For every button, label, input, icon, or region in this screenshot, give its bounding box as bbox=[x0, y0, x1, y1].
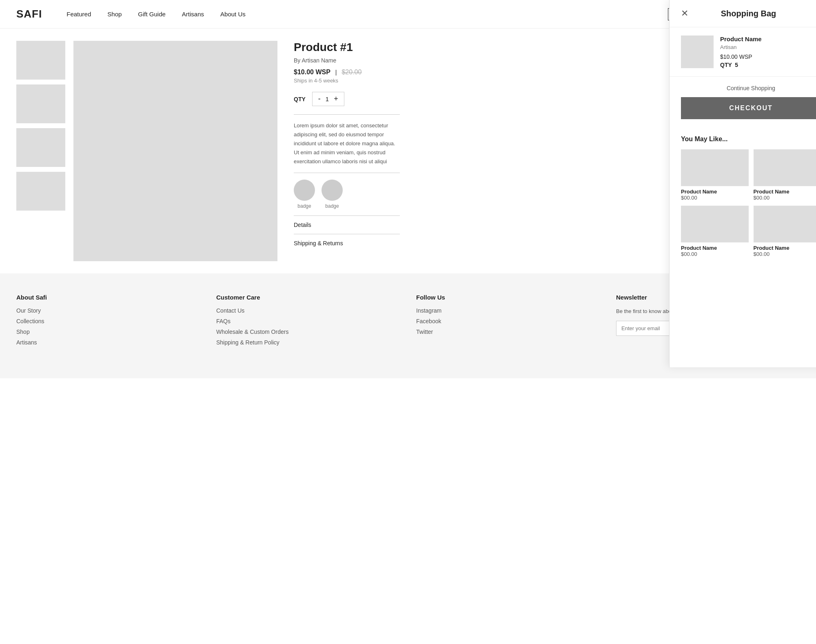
bag-item-image bbox=[681, 36, 714, 68]
bag-item-artisan: Artisan bbox=[720, 44, 816, 50]
nav-featured[interactable]: Featured bbox=[67, 11, 91, 18]
bag-close-button[interactable]: ✕ bbox=[681, 8, 688, 19]
bag-qty-value: 5 bbox=[735, 62, 738, 68]
product-thumbnails bbox=[16, 41, 65, 261]
rec-name-3: Product Name bbox=[681, 245, 749, 251]
thumbnail-1[interactable] bbox=[16, 41, 65, 80]
qty-row: QTY - 1 + bbox=[294, 92, 400, 106]
bag-actions: Continue Shopping CHECKOUT bbox=[670, 77, 816, 127]
footer-link-facebook[interactable]: Facebook bbox=[416, 318, 600, 324]
footer-link-twitter[interactable]: Twitter bbox=[416, 329, 600, 335]
product-main-image bbox=[73, 41, 277, 261]
footer-link-collections[interactable]: Collections bbox=[16, 318, 200, 324]
price-row: $10.00 WSP | $20.00 bbox=[294, 69, 400, 76]
qty-label: QTY bbox=[294, 96, 306, 102]
divider-1 bbox=[294, 114, 400, 115]
product-badges: badge badge bbox=[294, 180, 400, 209]
qty-plus-button[interactable]: + bbox=[334, 95, 338, 103]
bag-item-qty: QTY 5 bbox=[720, 62, 816, 68]
nav-artisans[interactable]: Artisans bbox=[182, 11, 204, 18]
footer-link-our-story[interactable]: Our Story bbox=[16, 307, 200, 314]
rec-price-3: $00.00 bbox=[681, 251, 749, 257]
you-may-like-section: You May Like... Product Name $00.00 Prod… bbox=[670, 127, 816, 265]
bag-header: ✕ Shopping Bag bbox=[670, 0, 816, 27]
footer-follow-title: Follow Us bbox=[416, 294, 600, 301]
main-content: Product #1 By Artisan Name $10.00 WSP | … bbox=[0, 29, 816, 273]
badge-1: badge bbox=[294, 180, 315, 209]
rec-image-3 bbox=[681, 206, 749, 242]
divider-2 bbox=[294, 173, 400, 173]
rec-image-4 bbox=[754, 206, 816, 242]
badge-2: badge bbox=[322, 180, 343, 209]
recommendations-grid: Product Name $00.00 Product Name $00.00 … bbox=[681, 149, 816, 257]
footer-link-instagram[interactable]: Instagram bbox=[416, 307, 600, 314]
footer-link-contact[interactable]: Contact Us bbox=[216, 307, 400, 314]
bag-item-info: Product Name Artisan $10.00 WSP QTY 5 bbox=[720, 36, 816, 68]
rec-image-1 bbox=[681, 149, 749, 186]
thumbnail-3[interactable] bbox=[16, 128, 65, 167]
qty-control: - 1 + bbox=[312, 92, 344, 106]
qty-value: 1 bbox=[326, 95, 329, 102]
accordion-details[interactable]: Details bbox=[294, 215, 400, 234]
artisan-name: By Artisan Name bbox=[294, 57, 400, 64]
price-original: $20.00 bbox=[341, 69, 361, 76]
footer-link-wholesale[interactable]: Wholesale & Custom Orders bbox=[216, 329, 400, 335]
rec-item-4[interactable]: Product Name $00.00 bbox=[754, 206, 816, 257]
bag-item-name: Product Name bbox=[720, 36, 816, 42]
badge-circle-2 bbox=[322, 180, 343, 201]
price-wsp: $10.00 WSP bbox=[294, 69, 330, 76]
product-description: Lorem ipsum dolor sit amet, consectetur … bbox=[294, 121, 400, 166]
thumbnail-4[interactable] bbox=[16, 172, 65, 211]
footer-link-shop[interactable]: Shop bbox=[16, 329, 200, 335]
footer-about-title: About Safi bbox=[16, 294, 200, 301]
rec-name-1: Product Name bbox=[681, 189, 749, 195]
badge-circle-1 bbox=[294, 180, 315, 201]
nav-about[interactable]: About Us bbox=[220, 11, 246, 18]
qty-minus-button[interactable]: - bbox=[318, 95, 321, 103]
nav-shop[interactable]: Shop bbox=[107, 11, 122, 18]
product-title: Product #1 bbox=[294, 41, 400, 54]
site-logo[interactable]: SAFI bbox=[16, 8, 42, 20]
you-may-like-title: You May Like... bbox=[681, 135, 816, 143]
footer-link-faqs[interactable]: FAQs bbox=[216, 318, 400, 324]
footer-customer-title: Customer Care bbox=[216, 294, 400, 301]
rec-price-2: $00.00 bbox=[754, 195, 816, 201]
badge-label-2: badge bbox=[325, 203, 339, 209]
footer-link-shipping[interactable]: Shipping & Return Policy bbox=[216, 339, 400, 346]
rec-image-2 bbox=[754, 149, 816, 186]
product-info: Product #1 By Artisan Name $10.00 WSP | … bbox=[286, 41, 400, 261]
footer-about-col: About Safi Our Story Collections Shop Ar… bbox=[16, 294, 200, 350]
rec-item-3[interactable]: Product Name $00.00 bbox=[681, 206, 749, 257]
rec-price-1: $00.00 bbox=[681, 195, 749, 201]
rec-name-4: Product Name bbox=[754, 245, 816, 251]
nav-gift-guide[interactable]: Gift Guide bbox=[138, 11, 166, 18]
price-separator: | bbox=[335, 69, 337, 76]
bag-qty-label: QTY bbox=[720, 62, 732, 68]
rec-name-2: Product Name bbox=[754, 189, 816, 195]
ships-text: Ships in 4-5 weeks bbox=[294, 78, 400, 84]
bag-title: Shopping Bag bbox=[721, 9, 776, 18]
bag-item-row: Product Name Artisan $10.00 WSP QTY 5 bbox=[670, 27, 816, 77]
footer-link-artisans[interactable]: Artisans bbox=[16, 339, 200, 346]
badge-label-1: badge bbox=[297, 203, 311, 209]
rec-item-2[interactable]: Product Name $00.00 bbox=[754, 149, 816, 201]
main-nav: Featured Shop Gift Guide Artisans About … bbox=[67, 11, 668, 18]
thumbnail-2[interactable] bbox=[16, 84, 65, 123]
rec-price-4: $00.00 bbox=[754, 251, 816, 257]
checkout-button[interactable]: CHECKOUT bbox=[681, 97, 816, 119]
footer-customer-col: Customer Care Contact Us FAQs Wholesale … bbox=[216, 294, 400, 350]
rec-item-1[interactable]: Product Name $00.00 bbox=[681, 149, 749, 201]
accordion-shipping[interactable]: Shipping & Returns bbox=[294, 234, 400, 252]
bag-item-price: $10.00 WSP bbox=[720, 53, 816, 60]
footer-follow-col: Follow Us Instagram Facebook Twitter bbox=[416, 294, 600, 350]
continue-shopping-link[interactable]: Continue Shopping bbox=[727, 85, 775, 91]
shopping-bag-panel: ✕ Shopping Bag Product Name Artisan $10.… bbox=[669, 0, 816, 367]
